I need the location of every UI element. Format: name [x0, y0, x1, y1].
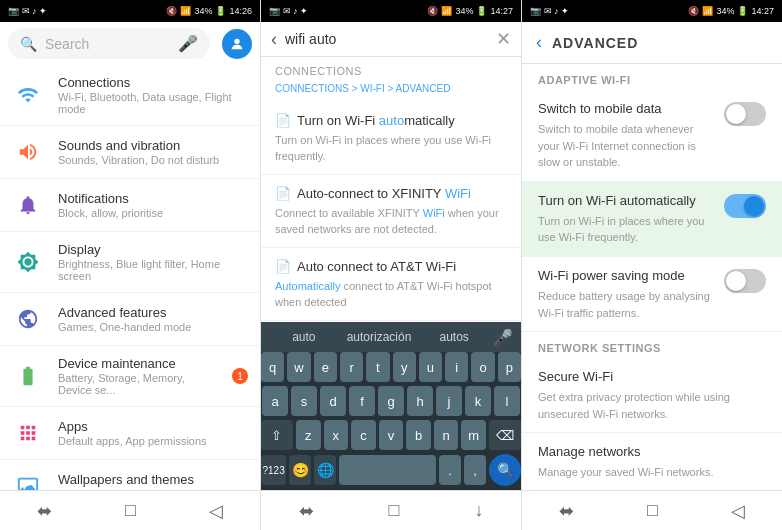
key-h[interactable]: h: [407, 386, 433, 416]
settings-item-sounds[interactable]: Sounds and vibration Sounds, Vibration, …: [0, 126, 260, 179]
nav-recent-2[interactable]: ⬌: [299, 500, 314, 522]
key-globe[interactable]: 🌐: [314, 455, 336, 485]
result-title-3: 📄Auto connect to AT&T Wi-Fi: [275, 258, 507, 276]
key-z[interactable]: z: [296, 420, 321, 450]
key-g[interactable]: g: [378, 386, 404, 416]
key-a[interactable]: a: [262, 386, 288, 416]
status-left: 📷 ✉ ♪ ✦: [8, 6, 47, 16]
key-x[interactable]: x: [324, 420, 349, 450]
display-icon: [12, 246, 44, 278]
nav-home-3[interactable]: □: [647, 500, 658, 521]
result-item-2[interactable]: 📄Auto-connect to XFINITY WiFi Connect to…: [261, 175, 521, 248]
mic-icon[interactable]: 🎤: [178, 34, 198, 53]
back-arrow-search[interactable]: ‹: [271, 29, 277, 50]
search-bar[interactable]: 🔍 Search 🎤: [8, 28, 210, 59]
key-d[interactable]: d: [320, 386, 346, 416]
nav-recent[interactable]: ⬌: [37, 500, 52, 522]
keyboard-row-2: a s d f g h j k l: [261, 386, 521, 416]
key-period[interactable]: .: [439, 455, 461, 485]
sounds-text: Sounds and vibration Sounds, Vibration, …: [58, 138, 248, 166]
network-settings-label: NETWORK SETTINGS: [522, 332, 782, 358]
key-comma[interactable]: ,: [464, 455, 486, 485]
settings-item-connections[interactable]: Connections Wi-Fi, Bluetooth, Data usage…: [0, 65, 260, 126]
toggle-power-saving[interactable]: [724, 269, 766, 293]
key-q[interactable]: q: [261, 352, 284, 382]
key-i[interactable]: i: [445, 352, 468, 382]
key-c[interactable]: c: [351, 420, 376, 450]
adv-item-wifi-auto[interactable]: Turn on Wi-Fi automatically Turn on Wi-F…: [522, 182, 782, 257]
battery-icon-2: 🔋: [476, 6, 487, 16]
suggestion-auto[interactable]: auto: [269, 326, 339, 348]
keyboard: auto autorización autos 🎤 q w e r t y u …: [261, 322, 521, 490]
key-j[interactable]: j: [436, 386, 462, 416]
search-bar-2: ‹ ✕: [261, 22, 521, 57]
key-w[interactable]: w: [287, 352, 310, 382]
nav-back-3[interactable]: ◁: [731, 500, 745, 522]
key-emoji[interactable]: 😊: [289, 455, 311, 485]
clear-icon[interactable]: ✕: [496, 28, 511, 50]
keyboard-suggestions: auto autorización autos 🎤: [261, 322, 521, 352]
settings-item-maintenance[interactable]: Device maintenance Battery, Storage, Mem…: [0, 346, 260, 407]
settings-item-advanced[interactable]: Advanced features Games, One-handed mode: [0, 293, 260, 346]
key-n[interactable]: n: [434, 420, 459, 450]
key-shift[interactable]: ⇧: [261, 420, 293, 450]
key-k[interactable]: k: [465, 386, 491, 416]
adv-item-mobile-data[interactable]: Switch to mobile data Switch to mobile d…: [522, 90, 782, 182]
key-s[interactable]: s: [291, 386, 317, 416]
key-v[interactable]: v: [379, 420, 404, 450]
suggestion-autos[interactable]: autos: [419, 326, 489, 348]
nav-down-2[interactable]: ↓: [474, 500, 483, 521]
mic-keyboard-icon[interactable]: 🎤: [493, 328, 513, 347]
nav-home[interactable]: □: [125, 500, 136, 521]
key-u[interactable]: u: [419, 352, 442, 382]
key-f[interactable]: f: [349, 386, 375, 416]
key-b[interactable]: b: [406, 420, 431, 450]
result-item-1[interactable]: 📄Turn on Wi-Fi automatically Turn on Wi-…: [261, 102, 521, 175]
mobile-data-desc: Switch to mobile data whenever your Wi-F…: [538, 121, 716, 171]
key-m[interactable]: m: [461, 420, 486, 450]
advanced-features-title: Advanced features: [58, 305, 248, 320]
key-o[interactable]: o: [471, 352, 494, 382]
settings-item-notifications[interactable]: Notifications Block, allow, prioritise: [0, 179, 260, 232]
key-t[interactable]: t: [366, 352, 389, 382]
display-text: Display Brightness, Blue light filter, H…: [58, 242, 248, 282]
result-desc-1: Turn on Wi-Fi in places where you use Wi…: [275, 133, 507, 164]
key-space[interactable]: [339, 455, 436, 485]
power-saving-desc: Reduce battery usage by analysing Wi-Fi …: [538, 288, 716, 321]
breadcrumb: CONNECTIONS > WI-FI > ADVANCED: [261, 81, 521, 102]
wallpapers-icon: [12, 470, 44, 490]
battery-icon: 🔋: [215, 6, 226, 16]
nav-recent-3[interactable]: ⬌: [559, 500, 574, 522]
search-input-2[interactable]: [285, 31, 488, 47]
connections-title: Connections: [58, 75, 248, 90]
nav-back[interactable]: ◁: [209, 500, 223, 522]
key-backspace[interactable]: ⌫: [489, 420, 521, 450]
result-item-3[interactable]: 📄Auto connect to AT&T Wi-Fi Automaticall…: [261, 248, 521, 321]
key-search[interactable]: 🔍: [489, 454, 521, 486]
key-num[interactable]: ?123: [261, 455, 286, 485]
avatar[interactable]: [222, 29, 252, 59]
back-arrow-advanced[interactable]: ‹: [536, 32, 542, 53]
key-p[interactable]: p: [498, 352, 521, 382]
settings-item-wallpapers[interactable]: Wallpapers and themes Wallpapers, Themes…: [0, 460, 260, 490]
adv-item-manage-networks[interactable]: Manage networks Manage your saved Wi-Fi …: [522, 433, 782, 490]
toggle-wifi-auto[interactable]: [724, 194, 766, 218]
advanced-header: ‹ ADVANCED: [522, 22, 782, 64]
suggestion-autorizacion[interactable]: autorización: [343, 326, 416, 348]
advanced-content: ADAPTIVE WI-FI Switch to mobile data Swi…: [522, 64, 782, 490]
adv-item-secure-wifi[interactable]: Secure Wi-Fi Get extra privacy protectio…: [522, 358, 782, 433]
key-r[interactable]: r: [340, 352, 363, 382]
key-l[interactable]: l: [494, 386, 520, 416]
key-e[interactable]: e: [314, 352, 337, 382]
nav-home-2[interactable]: □: [389, 500, 400, 521]
connections-section-header: CONNECTIONS: [261, 57, 521, 81]
wallpapers-text: Wallpapers and themes Wallpapers, Themes…: [58, 472, 248, 490]
status-bar-3: 📷 ✉ ♪ ✦ 🔇 📶 34% 🔋 14:27: [522, 0, 782, 22]
settings-item-display[interactable]: Display Brightness, Blue light filter, H…: [0, 232, 260, 293]
settings-item-apps[interactable]: Apps Default apps, App permissions: [0, 407, 260, 460]
key-y[interactable]: y: [393, 352, 416, 382]
adv-item-power-saving[interactable]: Wi-Fi power saving mode Reduce battery u…: [522, 257, 782, 332]
connections-icon: [12, 79, 44, 111]
toggle-mobile-data[interactable]: [724, 102, 766, 126]
manage-networks-text: Manage networks Manage your saved Wi-Fi …: [538, 443, 766, 481]
